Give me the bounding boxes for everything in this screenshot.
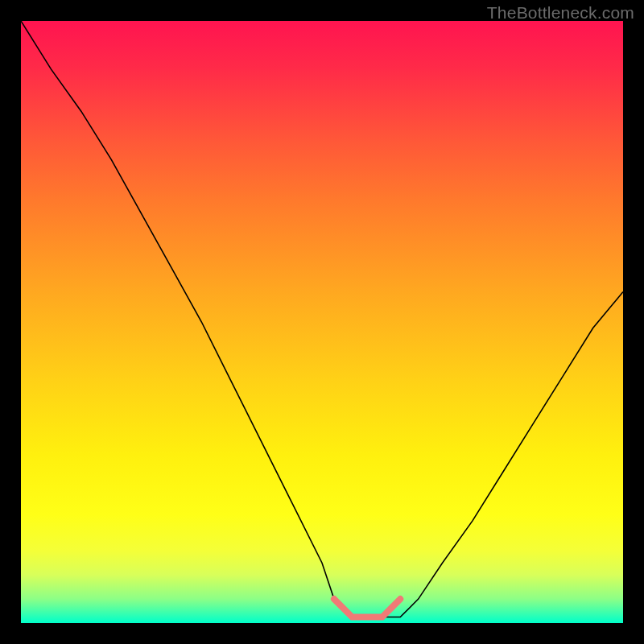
plot-area xyxy=(21,21,623,623)
flat-zone-highlight xyxy=(334,599,400,617)
chart-svg xyxy=(21,21,623,623)
bottleneck-curve xyxy=(21,21,623,617)
chart-frame: TheBottleneck.com xyxy=(0,0,644,644)
watermark-text: TheBottleneck.com xyxy=(487,3,634,23)
